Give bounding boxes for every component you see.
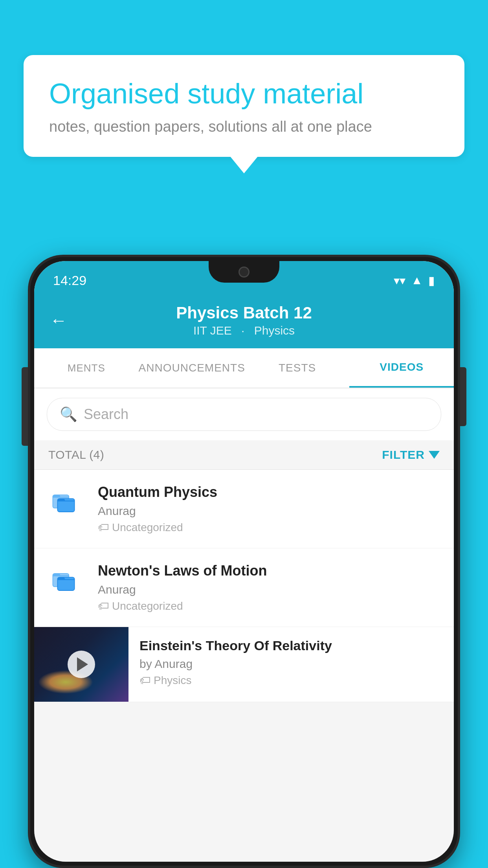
folder-icon <box>48 563 84 594</box>
list-item[interactable]: Newton's Laws of Motion Anurag 🏷 Uncateg… <box>34 548 454 627</box>
speech-bubble-section: Organised study material notes, question… <box>24 55 464 157</box>
header-title-block: Physics Batch 12 IIT JEE · Physics <box>176 303 312 337</box>
video-tag: 🏷 Physics <box>139 674 443 687</box>
speech-bubble-heading: Organised study material <box>49 77 439 110</box>
tag-label: Uncategorized <box>112 600 183 612</box>
phone-notch <box>209 261 279 283</box>
signal-icon: ▲ <box>411 274 423 287</box>
batch-title: Physics Batch 12 <box>176 303 312 322</box>
phone-body: 14:29 ▾▾ ▲ ▮ ← Physics Batch 12 IIT JEE … <box>28 255 460 868</box>
list-item[interactable]: Einstein's Theory Of Relativity by Anura… <box>34 627 454 702</box>
filter-button[interactable]: FILTER <box>382 448 440 462</box>
tab-announcements[interactable]: ANNOUNCEMENTS <box>139 349 245 387</box>
play-icon <box>77 657 88 671</box>
battery-icon: ▮ <box>428 274 435 287</box>
video-title: Newton's Laws of Motion <box>98 563 440 579</box>
video-tag: 🏷 Uncategorized <box>98 521 440 534</box>
video-info: Newton's Laws of Motion Anurag 🏷 Uncateg… <box>98 563 440 612</box>
video-info: Einstein's Theory Of Relativity by Anura… <box>128 627 454 698</box>
video-list: Quantum Physics Anurag 🏷 Uncategorized <box>34 470 454 702</box>
subtitle-separator: · <box>241 324 244 337</box>
folder-icon <box>48 484 84 515</box>
video-tag: 🏷 Uncategorized <box>98 600 440 612</box>
search-container: 🔍 Search <box>34 388 454 440</box>
filter-bar: TOTAL (4) FILTER <box>34 440 454 470</box>
header-subtitle: IIT JEE · Physics <box>176 324 312 337</box>
subtitle-physics: Physics <box>254 324 295 337</box>
filter-label: FILTER <box>382 448 425 462</box>
status-time: 14:29 <box>53 273 86 288</box>
video-author: Anurag <box>98 504 440 518</box>
video-thumbnail <box>34 627 128 702</box>
tab-videos[interactable]: VIDEOS <box>349 348 454 388</box>
list-item[interactable]: Quantum Physics Anurag 🏷 Uncategorized <box>34 470 454 548</box>
tag-icon: 🏷 <box>139 674 150 687</box>
search-placeholder: Search <box>84 406 128 423</box>
wifi-icon: ▾▾ <box>394 274 405 287</box>
search-bar[interactable]: 🔍 Search <box>47 398 441 431</box>
search-icon: 🔍 <box>60 406 77 423</box>
play-button[interactable] <box>68 651 95 678</box>
tag-icon: 🏷 <box>98 600 109 612</box>
speech-bubble-subtext: notes, question papers, solutions all at… <box>49 118 439 135</box>
tag-label: Uncategorized <box>112 521 183 534</box>
subtitle-iitjee: IIT JEE <box>193 324 232 337</box>
phone-mockup: 14:29 ▾▾ ▲ ▮ ← Physics Batch 12 IIT JEE … <box>28 255 460 868</box>
video-info: Quantum Physics Anurag 🏷 Uncategorized <box>98 484 440 534</box>
video-author: by Anurag <box>139 657 443 671</box>
video-title: Quantum Physics <box>98 484 440 500</box>
tag-label: Physics <box>154 674 191 687</box>
total-count-label: TOTAL (4) <box>48 448 104 462</box>
tabs-bar: MENTS ANNOUNCEMENTS TESTS VIDEOS <box>34 348 454 388</box>
status-icons: ▾▾ ▲ ▮ <box>394 274 435 287</box>
filter-icon <box>429 451 440 459</box>
video-title: Einstein's Theory Of Relativity <box>139 638 443 653</box>
tab-ments[interactable]: MENTS <box>34 349 139 387</box>
phone-screen: 14:29 ▾▾ ▲ ▮ ← Physics Batch 12 IIT JEE … <box>34 261 454 862</box>
video-author: Anurag <box>98 583 440 596</box>
speech-bubble-card: Organised study material notes, question… <box>24 55 464 157</box>
back-button[interactable]: ← <box>50 311 67 330</box>
tab-tests[interactable]: TESTS <box>245 349 350 387</box>
tag-icon: 🏷 <box>98 521 109 534</box>
app-header: ← Physics Batch 12 IIT JEE · Physics <box>34 296 454 348</box>
camera <box>238 267 250 278</box>
